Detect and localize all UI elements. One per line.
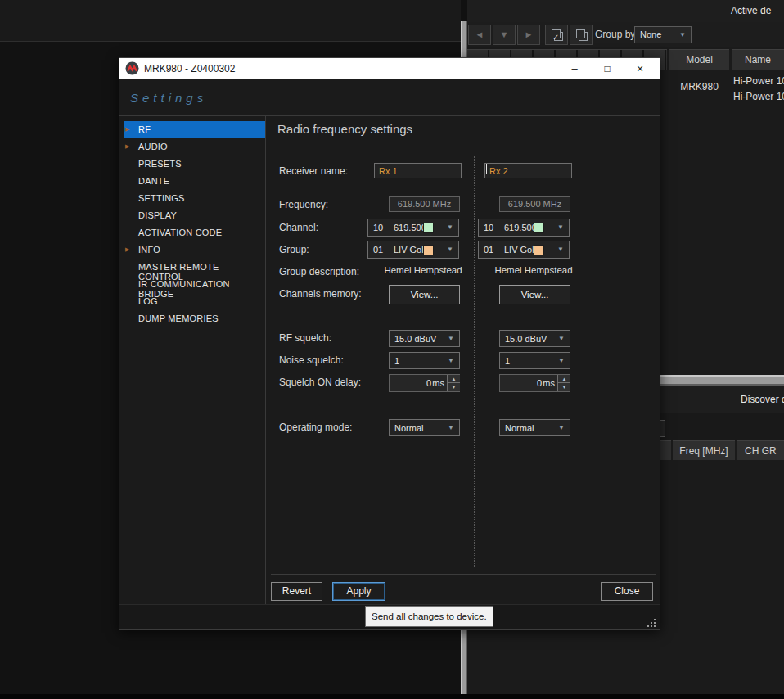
sidebar-item-display[interactable]: DISPLAY: [124, 207, 265, 224]
channel-dropdown[interactable]: 10 619.500 ▼: [478, 219, 570, 237]
label-group-description: Group description:: [279, 266, 359, 277]
label-rf-squelch: RF squelch:: [279, 332, 331, 344]
noise-squelch-dropdown[interactable]: 1 ▼: [499, 352, 570, 369]
channel-dropdown[interactable]: 10 619.500 ▼: [367, 219, 459, 237]
left-top-strip: [0, 0, 461, 42]
minimize-icon: –: [571, 62, 577, 74]
group-color-swatch: [423, 245, 434, 255]
active-devices-titlebar: Active de: [467, 0, 784, 22]
settings-dialog: MRK980 - Z0400302 – □ × Settings ▶ RF ▶ …: [119, 57, 660, 630]
sidebar-item-rf[interactable]: ▶ RF: [124, 121, 265, 138]
group-by-value: None: [640, 29, 661, 39]
sidebar-item-ir-communication-bridge[interactable]: IR COMMUNICATION BRIDGE: [124, 276, 265, 293]
settings-heading: Settings: [130, 91, 207, 105]
close-icon: ×: [637, 62, 643, 75]
down-arrow-button[interactable]: ▼: [493, 25, 516, 45]
revert-button[interactable]: Revert: [271, 582, 322, 601]
discover-window-title: Discover d: [741, 394, 784, 405]
maximize-button[interactable]: □: [591, 58, 624, 79]
rf-squelch-dropdown[interactable]: 15.0 dBuV ▼: [389, 330, 460, 347]
resize-grip[interactable]: [647, 618, 657, 628]
operating-mode-dropdown[interactable]: Normal ▼: [499, 419, 570, 436]
chevron-down-icon: ▼: [557, 246, 564, 253]
chevron-down-icon: ▼: [448, 357, 454, 364]
chevron-down-icon: ▼: [448, 335, 454, 342]
sidebar-item-master-remote-control[interactable]: MASTER REMOTE CONTROL: [124, 259, 265, 276]
back-arrow-button[interactable]: ◄: [468, 25, 491, 45]
chevron-down-icon: ▼: [447, 223, 453, 231]
checked-list-icon: ✓: [552, 29, 561, 38]
bottom-edge-bar: [0, 694, 784, 699]
sidebar-item-info[interactable]: ▶ INFO: [124, 241, 265, 259]
copy-list-button[interactable]: [570, 25, 593, 45]
close-window-button[interactable]: ×: [624, 58, 656, 79]
close-button[interactable]: Close: [601, 582, 653, 601]
apply-button[interactable]: Apply: [332, 582, 385, 601]
column-header-freq[interactable]: Freq [MHz]: [673, 440, 735, 460]
device-name-cell[interactable]: Hi-Power 10: [733, 91, 784, 102]
rf-squelch-dropdown[interactable]: 15.0 dBuV ▼: [499, 330, 570, 347]
chevron-down-icon: ▼: [558, 424, 565, 431]
device-name-cell[interactable]: Hi-Power 10: [733, 75, 784, 87]
apply-tooltip: Send all changes to device.: [365, 606, 493, 627]
squelch-on-delay-spinner[interactable]: 0 ms ▲ ▼: [499, 374, 570, 392]
receiver-name-input[interactable]: Rx 1: [374, 163, 462, 178]
operating-mode-dropdown[interactable]: Normal ▼: [389, 419, 460, 436]
group-dropdown[interactable]: 01 LIV Golf ▼: [478, 241, 570, 259]
channels-memory-view-button[interactable]: View...: [499, 285, 570, 304]
device-model-cell[interactable]: MRK980: [669, 72, 729, 102]
sidebar-item-settings[interactable]: SETTINGS: [124, 190, 265, 207]
chevron-down-icon: ▼: [558, 335, 565, 342]
label-operating-mode: Operating mode:: [279, 422, 352, 433]
squelch-on-delay-spinner[interactable]: 0 ms ▲ ▼: [389, 374, 460, 392]
devices-toolbar: ◄ ▼ ► ✓ Group by: None ▼: [467, 22, 784, 47]
spinner-buttons: ▲ ▼: [447, 375, 459, 391]
down-arrow-icon: ▼: [500, 29, 509, 39]
spin-up-button[interactable]: ▲: [558, 375, 570, 383]
chevron-down-icon: ▼: [447, 246, 453, 253]
frequency-display: 619.500 MHz: [389, 196, 460, 212]
expand-arrow-icon: ▶: [125, 246, 129, 253]
forward-arrow-icon: ►: [525, 29, 534, 39]
group-by-label: Group by:: [595, 29, 638, 40]
active-devices-title: Active de: [731, 5, 771, 16]
noise-squelch-dropdown[interactable]: 1 ▼: [389, 352, 460, 369]
column-header-chgr[interactable]: CH GR: [737, 440, 784, 460]
spin-up-button[interactable]: ▲: [448, 375, 460, 383]
sidebar-item-dante[interactable]: DANTE: [124, 173, 265, 190]
back-arrow-icon: ◄: [475, 29, 484, 39]
sidebar-item-presets[interactable]: PRESETS: [124, 156, 265, 173]
label-receiver-name: Receiver name:: [279, 165, 348, 177]
select-devices-button[interactable]: ✓: [545, 25, 568, 45]
group-dropdown[interactable]: 01 LIV Golf ▼: [367, 241, 459, 259]
receiver-column-2: Rx 2 619.500 MHz 10 619.500 ▼ 01 LIV Gol…: [478, 58, 570, 500]
sidebar-item-audio[interactable]: ▶ AUDIO: [124, 138, 265, 156]
check-icon: ✓: [552, 28, 559, 47]
channels-memory-view-button[interactable]: View...: [389, 285, 460, 304]
expand-arrow-icon: ▶: [125, 143, 129, 150]
spinner-buttons: ▲ ▼: [557, 375, 570, 391]
receiver-name-input[interactable]: Rx 2: [484, 163, 572, 178]
label-channels-memory: Channels memory:: [279, 288, 362, 300]
chevron-down-icon: ▼: [557, 223, 564, 231]
column-header-model[interactable]: Model: [669, 49, 729, 70]
forward-arrow-button[interactable]: ►: [517, 25, 540, 45]
frequency-display: 619.500 MHz: [499, 196, 570, 212]
stack-front-icon: [576, 29, 585, 38]
sidebar-item-log[interactable]: LOG: [124, 293, 265, 310]
group-description-value: Hemel Hempstead: [468, 265, 599, 275]
maximize-icon: □: [604, 63, 610, 74]
spin-down-button[interactable]: ▼: [558, 383, 570, 391]
label-squelch-on-delay: Squelch ON delay:: [279, 377, 361, 388]
dialog-title: MRK980 - Z0400302: [144, 63, 235, 74]
group-color-swatch: [534, 245, 544, 255]
group-by-dropdown[interactable]: None ▼: [634, 26, 692, 43]
sidebar-item-activation-code[interactable]: ACTIVATION CODE: [124, 224, 265, 241]
label-channel: Channel:: [279, 222, 318, 233]
column-header-name[interactable]: Name: [732, 49, 784, 70]
buttons-divider: [271, 574, 656, 575]
label-noise-squelch: Noise squelch:: [279, 354, 344, 366]
chevron-down-icon: ▼: [558, 357, 565, 364]
spin-down-button[interactable]: ▼: [448, 383, 460, 391]
sidebar-item-dump-memories[interactable]: DUMP MEMORIES: [124, 310, 265, 327]
